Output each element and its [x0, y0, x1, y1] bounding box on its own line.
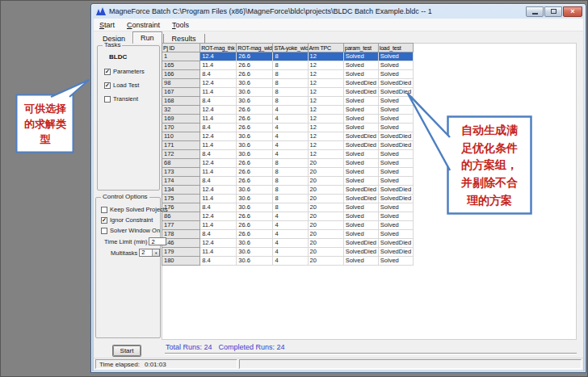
data-cell[interactable]: Solved — [343, 124, 378, 132]
data-cell[interactable]: 12 — [308, 79, 343, 88]
data-cell[interactable]: Solved — [378, 177, 413, 186]
data-cell[interactable]: 4 — [273, 212, 308, 221]
data-cell[interactable]: 26.6 — [237, 124, 273, 132]
data-cell[interactable]: 8 — [273, 195, 308, 203]
data-cell[interactable]: 8.4 — [200, 70, 237, 79]
data-cell[interactable]: 12.4 — [200, 106, 237, 115]
data-cell[interactable]: 4 — [273, 141, 308, 150]
table-row[interactable]: 1768.430.6820SolvedSolved — [162, 203, 414, 212]
dropdown-arrow-icon[interactable]: ▼ — [152, 249, 159, 256]
data-cell[interactable]: SolvedDied — [343, 132, 378, 141]
data-cell[interactable]: 26.6 — [237, 221, 273, 230]
data-cell[interactable]: SolvedDied — [343, 239, 378, 248]
data-cell[interactable]: 8 — [273, 70, 308, 79]
table-row[interactable]: 16911.426.6412SolvedSolved — [162, 115, 414, 124]
data-cell[interactable]: 4 — [273, 257, 308, 266]
data-cell[interactable]: 11.4 — [200, 88, 237, 97]
data-cell[interactable]: 11.4 — [200, 248, 237, 257]
data-cell[interactable]: Solved — [378, 115, 413, 124]
data-cell[interactable]: 30.6 — [237, 150, 273, 159]
table-row[interactable]: 1708.426.6412SolvedSolved — [162, 124, 414, 132]
column-header[interactable]: load_test — [378, 44, 413, 52]
data-cell[interactable]: 20 — [308, 203, 343, 212]
table-row[interactable]: 17911.430.6420SolvedDiedSolvedDied — [162, 248, 414, 257]
data-cell[interactable]: Solved — [378, 106, 413, 115]
data-cell[interactable]: 12.4 — [200, 79, 237, 88]
data-cell[interactable]: 12.4 — [200, 239, 237, 248]
data-cell[interactable]: Solved — [378, 97, 413, 106]
data-cell[interactable]: 8 — [273, 186, 308, 195]
data-cell[interactable]: 11.4 — [200, 61, 237, 70]
multitasks-dropdown[interactable]: 2 ▼ — [139, 249, 160, 257]
table-row[interactable]: 1788.426.6420SolvedSolved — [162, 230, 414, 239]
row-header-cell[interactable]: 86 — [162, 212, 200, 221]
data-cell[interactable]: 20 — [308, 168, 343, 177]
data-cell[interactable]: SolvedDied — [378, 141, 413, 150]
table-row[interactable]: 16511.426.6812SolvedSolved — [162, 61, 414, 70]
table-row[interactable]: 1688.430.6812SolvedSolved — [162, 97, 414, 106]
title-bar[interactable]: MagneForce Batch C:\Program Files (x86)\… — [91, 4, 586, 19]
column-header[interactable]: ROT-mag_thk — [200, 44, 237, 52]
data-cell[interactable]: SolvedDied — [378, 195, 413, 203]
checkbox-keep-solved-projects[interactable]: Keep Solved Projects — [101, 206, 168, 213]
data-cell[interactable]: SolvedDied — [378, 248, 413, 257]
close-button[interactable]: × — [563, 6, 582, 17]
data-cell[interactable]: 20 — [308, 186, 343, 195]
data-cell[interactable]: SolvedDied — [378, 186, 413, 195]
row-header-cell[interactable]: 167 — [162, 88, 200, 97]
data-cell[interactable]: Solved — [378, 168, 413, 177]
time-limit-input[interactable]: 2 — [149, 237, 166, 245]
data-cell[interactable]: Solved — [343, 61, 378, 70]
table-row[interactable]: 1808.430.6420SolvedSolved — [162, 257, 414, 266]
checkbox-solver-window-on[interactable]: Solver Window On — [101, 227, 160, 234]
data-cell[interactable]: Solved — [378, 221, 413, 230]
data-cell[interactable]: 8.4 — [200, 124, 237, 132]
data-cell[interactable]: Solved — [378, 70, 413, 79]
table-row[interactable]: 3212.426.6412SolvedSolved — [162, 106, 414, 115]
data-cell[interactable]: 8 — [273, 52, 308, 61]
minimize-button[interactable] — [526, 6, 544, 17]
data-cell[interactable]: 11.4 — [200, 195, 237, 203]
data-cell[interactable]: Solved — [378, 52, 413, 61]
column-header[interactable]: STA-yoke_width — [273, 44, 308, 52]
row-header-cell[interactable]: 1 — [162, 52, 200, 61]
data-cell[interactable]: 30.6 — [237, 141, 273, 150]
data-cell[interactable]: 11.4 — [200, 115, 237, 124]
data-cell[interactable]: SolvedDied — [378, 88, 413, 97]
row-header-cell[interactable]: 168 — [162, 97, 200, 106]
data-cell[interactable]: Solved — [378, 61, 413, 70]
data-cell[interactable]: 12.4 — [200, 186, 237, 195]
data-cell[interactable]: 4 — [273, 230, 308, 239]
data-cell[interactable]: 12 — [308, 115, 343, 124]
data-cell[interactable]: 30.6 — [237, 239, 273, 248]
row-header-cell[interactable]: 146 — [162, 239, 200, 248]
data-cell[interactable]: 20 — [308, 257, 343, 266]
data-cell[interactable]: Solved — [343, 221, 378, 230]
row-header-cell[interactable]: 110 — [162, 132, 200, 141]
menu-start[interactable]: Start — [99, 21, 115, 29]
column-header[interactable]: Pj ID — [162, 44, 200, 52]
data-cell[interactable]: 30.6 — [237, 97, 273, 106]
data-cell[interactable]: 12 — [308, 141, 343, 150]
data-cell[interactable]: 20 — [308, 248, 343, 257]
table-row[interactable]: 1668.426.6812SolvedSolved — [162, 70, 414, 79]
data-cell[interactable]: Solved — [343, 230, 378, 239]
column-header[interactable]: ROT-mag_width — [237, 44, 273, 52]
row-header-cell[interactable]: 98 — [162, 79, 200, 88]
data-cell[interactable]: SolvedDied — [343, 79, 378, 88]
table-row[interactable]: 16711.430.6812SolvedDiedSolvedDied — [162, 88, 414, 97]
data-cell[interactable]: Solved — [343, 97, 378, 106]
data-cell[interactable]: Solved — [378, 212, 413, 221]
data-cell[interactable]: SolvedDied — [378, 239, 413, 248]
data-cell[interactable]: 26.6 — [237, 52, 273, 61]
data-cell[interactable]: Solved — [378, 257, 413, 266]
data-cell[interactable]: 4 — [273, 124, 308, 132]
data-cell[interactable]: 20 — [308, 195, 343, 203]
row-header-cell[interactable]: 178 — [162, 230, 200, 239]
checkbox-ignor-constraint[interactable]: ✓ Ignor Constraint — [101, 216, 153, 224]
table-row[interactable]: 17711.426.6420SolvedSolved — [162, 221, 414, 230]
data-cell[interactable]: 26.6 — [237, 115, 273, 124]
menu-tools[interactable]: Tools — [172, 21, 189, 29]
data-cell[interactable]: 8 — [273, 97, 308, 106]
data-cell[interactable]: 20 — [308, 239, 343, 248]
